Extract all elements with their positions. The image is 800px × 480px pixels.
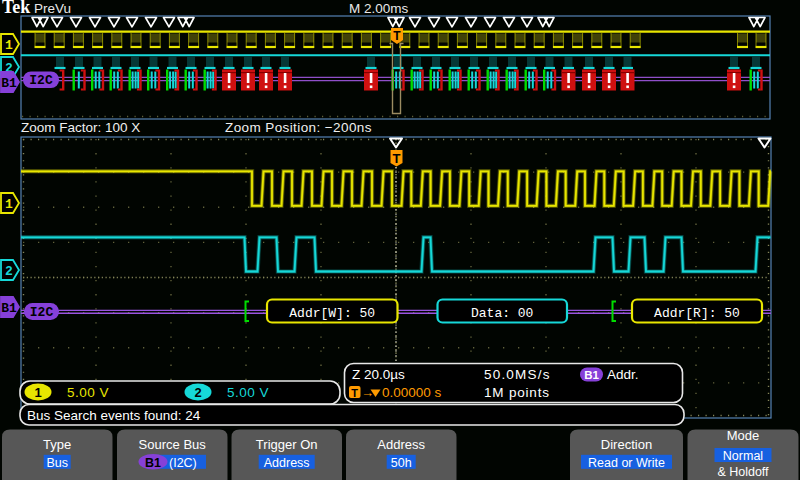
svg-text:Normal: Normal: [723, 449, 763, 463]
svg-text:Address: Address: [377, 437, 425, 452]
svg-text:Addr[R]: 50: Addr[R]: 50: [654, 306, 740, 321]
svg-text:1: 1: [5, 38, 13, 53]
svg-text:Read or Write: Read or Write: [588, 456, 665, 470]
svg-text:0.00000 s: 0.00000 s: [382, 385, 442, 400]
svg-text:50h: 50h: [391, 456, 412, 470]
svg-text:Tek: Tek: [2, 0, 30, 17]
svg-text:I2C: I2C: [30, 305, 54, 320]
svg-text:B1: B1: [584, 369, 599, 381]
svg-text:1M points: 1M points: [484, 385, 550, 400]
svg-text:I2C: I2C: [29, 73, 53, 88]
svg-text:Bus Search events found: 24: Bus Search events found: 24: [27, 408, 201, 423]
svg-text:(I2C): (I2C): [169, 456, 197, 470]
svg-text:Type: Type: [43, 437, 71, 452]
svg-text:Direction: Direction: [601, 437, 652, 452]
svg-text:& Holdoff: & Holdoff: [717, 465, 769, 479]
svg-text:2: 2: [194, 385, 201, 400]
svg-text:Trigger On: Trigger On: [256, 437, 318, 452]
svg-text:50.0MS/s: 50.0MS/s: [484, 367, 551, 382]
svg-text:Addr.: Addr.: [607, 367, 639, 382]
svg-text:T: T: [351, 387, 358, 399]
svg-text:B1: B1: [145, 456, 161, 470]
svg-text:1: 1: [5, 197, 13, 212]
svg-text:Bus: Bus: [46, 456, 68, 470]
svg-text:B1: B1: [1, 76, 17, 91]
svg-text:→: →: [361, 385, 374, 400]
svg-text:Addr[W]: 50: Addr[W]: 50: [289, 306, 375, 321]
svg-text:Z 20.0µs: Z 20.0µs: [352, 367, 405, 382]
svg-text:Source Bus: Source Bus: [139, 437, 207, 452]
svg-text:Zoom Factor: 100 X: Zoom Factor: 100 X: [21, 120, 140, 135]
svg-text:T: T: [393, 29, 401, 43]
svg-text:PreVu: PreVu: [34, 1, 71, 16]
svg-text:B1: B1: [1, 301, 17, 316]
svg-text:Mode: Mode: [727, 428, 760, 443]
svg-text:2: 2: [5, 264, 13, 279]
svg-text:Data: 00: Data: 00: [471, 306, 533, 321]
svg-text:T: T: [393, 151, 401, 166]
svg-text:5.00 V: 5.00 V: [67, 385, 109, 400]
svg-text:Address: Address: [264, 456, 310, 470]
svg-text:Zoom Position: −200ns: Zoom Position: −200ns: [225, 120, 372, 135]
svg-text:5.00 V: 5.00 V: [227, 385, 269, 400]
svg-text:M 2.00ms: M 2.00ms: [349, 1, 409, 16]
svg-text:1: 1: [34, 385, 41, 400]
